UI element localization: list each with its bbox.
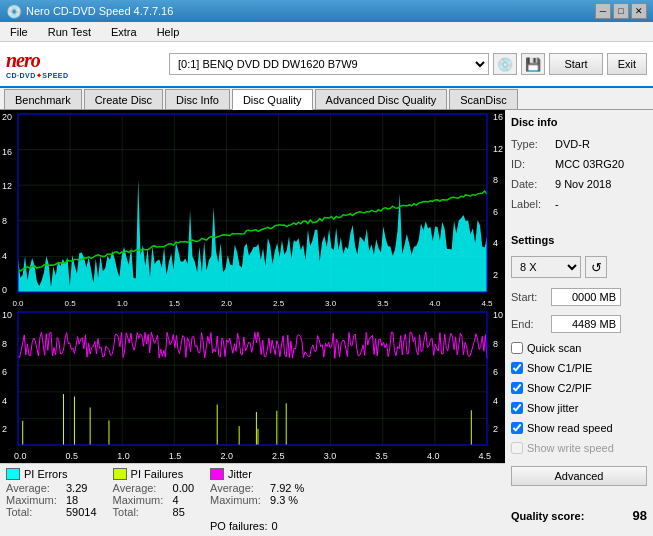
window-title: Nero CD-DVD Speed 4.7.7.16 bbox=[26, 5, 173, 17]
po-failures-value: 0 bbox=[271, 520, 277, 532]
eject-button[interactable]: Exit bbox=[607, 53, 647, 75]
show-write-speed-row: Show write speed bbox=[511, 442, 647, 454]
pi-failures-color bbox=[113, 468, 127, 480]
refresh-button[interactable]: ↺ bbox=[585, 256, 607, 278]
minimize-button[interactable]: ─ bbox=[595, 3, 611, 19]
x-label-30: 3.0 bbox=[324, 451, 337, 461]
pi-errors-color bbox=[6, 468, 20, 480]
po-failures-row: PO failures: 0 bbox=[210, 520, 304, 532]
tab-advanced-disc-quality[interactable]: Advanced Disc Quality bbox=[315, 89, 448, 109]
x-label-20: 2.0 bbox=[220, 451, 233, 461]
close-button[interactable]: ✕ bbox=[631, 3, 647, 19]
lower-yr-6: 6 bbox=[493, 367, 503, 377]
disc-icon-button[interactable]: 💿 bbox=[493, 53, 517, 75]
disc-id-label: ID: bbox=[511, 158, 551, 170]
header: nero CD·DVD✦SPEED [0:1] BENQ DVD DD DW16… bbox=[0, 42, 653, 88]
tab-disc-info[interactable]: Disc Info bbox=[165, 89, 230, 109]
jitter-color bbox=[210, 468, 224, 480]
disc-date-value: 9 Nov 2018 bbox=[555, 178, 611, 190]
device-row: [0:1] BENQ DVD DD DW1620 B7W9 💿 💾 Start … bbox=[169, 53, 647, 75]
show-c1-pie-row: Show C1/PIE bbox=[511, 362, 647, 374]
po-failures-label: PO failures: bbox=[210, 520, 267, 532]
pi-failures-label: PI Failures bbox=[131, 468, 184, 480]
title-bar-left: 💿 Nero CD-DVD Speed 4.7.7.16 bbox=[6, 4, 173, 19]
show-read-speed-row: Show read speed bbox=[511, 422, 647, 434]
upper-y-20: 20 bbox=[2, 112, 12, 122]
start-button[interactable]: Start bbox=[549, 53, 602, 75]
disc-id-row: ID: MCC 03RG20 bbox=[511, 158, 647, 170]
disc-id-value: MCC 03RG20 bbox=[555, 158, 624, 170]
x-label-25: 2.5 bbox=[272, 451, 285, 461]
advanced-button[interactable]: Advanced bbox=[511, 466, 647, 486]
save-icon-button[interactable]: 💾 bbox=[521, 53, 545, 75]
show-write-speed-label: Show write speed bbox=[527, 442, 614, 454]
jitter-label: Jitter bbox=[228, 468, 252, 480]
end-mb-label: End: bbox=[511, 318, 551, 330]
menu-extra[interactable]: Extra bbox=[105, 23, 143, 41]
title-bar: 💿 Nero CD-DVD Speed 4.7.7.16 ─ □ ✕ bbox=[0, 0, 653, 22]
tab-create-disc[interactable]: Create Disc bbox=[84, 89, 163, 109]
disc-info-title: Disc info bbox=[511, 116, 647, 128]
start-mb-input[interactable] bbox=[551, 288, 621, 306]
tab-benchmark[interactable]: Benchmark bbox=[4, 89, 82, 109]
nero-logo: nero bbox=[6, 49, 40, 72]
menu-run-test[interactable]: Run Test bbox=[42, 23, 97, 41]
show-jitter-row: Show jitter bbox=[511, 402, 647, 414]
menu-bar: File Run Test Extra Help bbox=[0, 22, 653, 42]
show-jitter-checkbox[interactable] bbox=[511, 402, 523, 414]
show-read-speed-checkbox[interactable] bbox=[511, 422, 523, 434]
x-label-00: 0.0 bbox=[14, 451, 27, 461]
quick-scan-checkbox[interactable] bbox=[511, 342, 523, 354]
bottom-stats: PI Errors Average: 3.29 Maximum: 18 Tota… bbox=[0, 463, 505, 536]
end-mb-input[interactable] bbox=[551, 315, 621, 333]
disc-label-value: - bbox=[555, 198, 559, 210]
upper-yr-2: 2 bbox=[493, 270, 503, 280]
upper-yr-12: 12 bbox=[493, 144, 503, 154]
pi-errors-header: PI Errors bbox=[6, 468, 97, 480]
menu-help[interactable]: Help bbox=[151, 23, 186, 41]
jitter-average: Average: 7.92 % bbox=[210, 482, 304, 494]
end-mb-row: End: bbox=[511, 315, 647, 333]
pi-failures-block: PI Failures Average: 0.00 Maximum: 4 Tot… bbox=[113, 468, 194, 532]
upper-yr-8: 8 bbox=[493, 175, 503, 185]
upper-y-4: 4 bbox=[2, 251, 12, 261]
pi-failures-average: Average: 0.00 bbox=[113, 482, 194, 494]
device-select[interactable]: [0:1] BENQ DVD DD DW1620 B7W9 bbox=[169, 53, 489, 75]
upper-yr-4: 4 bbox=[493, 238, 503, 248]
show-c2-pif-checkbox[interactable] bbox=[511, 382, 523, 394]
upper-y-0: 0 bbox=[2, 285, 12, 295]
start-mb-label: Start: bbox=[511, 291, 551, 303]
quality-score-row: Quality score: 98 bbox=[511, 508, 647, 523]
x-label-40: 4.0 bbox=[427, 451, 440, 461]
lower-y-10: 10 bbox=[2, 310, 12, 320]
jitter-block: Jitter Average: 7.92 % Maximum: 9.3 % PO… bbox=[210, 468, 304, 532]
disc-date-label: Date: bbox=[511, 178, 551, 190]
disc-type-value: DVD-R bbox=[555, 138, 590, 150]
lower-y-6: 6 bbox=[2, 367, 12, 377]
maximize-button[interactable]: □ bbox=[613, 3, 629, 19]
speed-select[interactable]: 8 X 4 X 12 X 16 X bbox=[511, 256, 581, 278]
pi-errors-block: PI Errors Average: 3.29 Maximum: 18 Tota… bbox=[6, 468, 97, 532]
tab-disc-quality[interactable]: Disc Quality bbox=[232, 89, 313, 110]
lower-yr-8: 8 bbox=[493, 339, 503, 349]
pi-errors-maximum: Maximum: 18 bbox=[6, 494, 97, 506]
upper-y-16: 16 bbox=[2, 147, 12, 157]
jitter-maximum: Maximum: 9.3 % bbox=[210, 494, 304, 506]
pi-errors-label: PI Errors bbox=[24, 468, 67, 480]
lower-y-2: 2 bbox=[2, 424, 12, 434]
disc-date-row: Date: 9 Nov 2018 bbox=[511, 178, 647, 190]
disc-type-label: Type: bbox=[511, 138, 551, 150]
show-c1-pie-checkbox[interactable] bbox=[511, 362, 523, 374]
pi-failures-maximum: Maximum: 4 bbox=[113, 494, 194, 506]
show-write-speed-checkbox bbox=[511, 442, 523, 454]
menu-file[interactable]: File bbox=[4, 23, 34, 41]
disc-label-label: Label: bbox=[511, 198, 551, 210]
disc-label-row: Label: - bbox=[511, 198, 647, 210]
x-label-05: 0.5 bbox=[66, 451, 79, 461]
app-icon: 💿 bbox=[6, 4, 22, 19]
lower-chart bbox=[0, 308, 505, 463]
tabs-bar: Benchmark Create Disc Disc Info Disc Qua… bbox=[0, 88, 653, 110]
upper-yr-16: 16 bbox=[493, 112, 503, 122]
tab-scan-disc[interactable]: ScanDisc bbox=[449, 89, 517, 109]
lower-yr-10: 10 bbox=[493, 310, 503, 320]
